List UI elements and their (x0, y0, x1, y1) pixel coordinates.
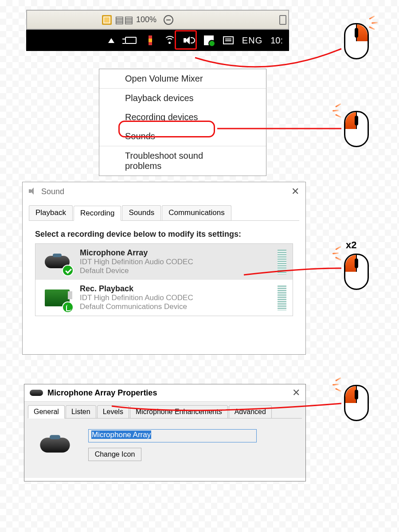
network-icon[interactable] (164, 35, 176, 46)
sound-dialog: Sound ✕ Playback Recording Sounds Commun… (22, 182, 306, 355)
sound-dialog-title: Sound (41, 187, 64, 196)
zoom-out-icon[interactable] (163, 15, 174, 25)
phone-badge-icon (62, 301, 74, 313)
device-name-input[interactable]: Microphone Array (88, 429, 257, 442)
annotation-click-lines (332, 376, 350, 394)
annotation-click-lines (332, 245, 350, 262)
show-hidden-icons-icon[interactable] (106, 35, 117, 46)
annotation-highlight-recording-devices (118, 121, 215, 137)
flag-icon[interactable] (145, 35, 156, 46)
book-icon[interactable]: ▤▤ (119, 15, 129, 25)
annotation-highlight-volume (175, 30, 197, 50)
tab-sounds[interactable]: Sounds (122, 205, 161, 220)
system-tray: ENG 10: (26, 30, 289, 51)
tab-playback[interactable]: Playback (29, 205, 73, 220)
device-desc: IDT High Definition Audio CODEC (80, 258, 270, 266)
default-check-icon (62, 265, 74, 276)
instruction-text: Select a recording device below to modif… (35, 230, 293, 239)
tab-microphone-enhancements[interactable]: Microphone Enhancements (130, 405, 228, 419)
sound-titlebar: Sound ✕ (23, 182, 305, 201)
properties-title: Microphone Array Properties (47, 388, 157, 398)
change-icon-button[interactable]: Change Icon (88, 448, 141, 461)
clock[interactable]: 10: (270, 35, 283, 46)
menu-item-troubleshoot[interactable]: Troubleshoot sound problems (99, 146, 266, 176)
device-name: Rec. Playback (80, 284, 270, 293)
menu-item-playback-devices[interactable]: Playback devices (99, 88, 266, 108)
tab-levels[interactable]: Levels (97, 405, 129, 419)
sound-tabs: Playback Recording Sounds Communications (29, 205, 299, 221)
device-row-microphone-array[interactable]: Microphone Array IDT High Definition Aud… (35, 244, 293, 280)
sound-dialog-icon (29, 188, 38, 196)
microphone-properties-dialog: Microphone Array Properties ✕ General Li… (24, 384, 306, 481)
tab-advanced[interactable]: Advanced (229, 405, 272, 419)
tab-recording[interactable]: Recording (74, 206, 121, 221)
annotation-click-lines (332, 102, 350, 120)
properties-tabs: General Listen Levels Microphone Enhance… (28, 402, 302, 419)
device-status: Default Communications Device (80, 302, 270, 311)
menu-item-open-volume-mixer[interactable]: Open Volume Mixer (99, 69, 266, 88)
zoom-level[interactable]: 100% (136, 15, 156, 24)
level-meter (278, 286, 286, 310)
device-status: Default Device (80, 266, 270, 275)
device-desc: IDT High Definition Audio CODEC (80, 293, 270, 302)
microphone-icon (30, 390, 43, 396)
language-indicator[interactable]: ENG (242, 35, 262, 46)
microphone-icon (35, 432, 75, 458)
dropbox-icon[interactable] (203, 35, 215, 46)
app-toolbar: ▤▤ 100% (26, 10, 289, 30)
level-meter (278, 250, 286, 274)
device-list: Microphone Array IDT High Definition Aud… (35, 243, 293, 316)
sound-card-icon (42, 285, 73, 311)
close-button[interactable]: ✕ (291, 186, 299, 197)
annotation-mouse-right-click (344, 23, 369, 59)
device-name: Microphone Array (80, 248, 270, 258)
device-row-rec-playback[interactable]: Rec. Playback IDT High Definition Audio … (35, 280, 293, 316)
page-icon[interactable] (278, 15, 288, 25)
taskbar-region: ▤▤ 100% ENG 10: (26, 10, 289, 67)
action-center-icon[interactable] (223, 35, 234, 46)
properties-titlebar: Microphone Array Properties ✕ (24, 384, 305, 401)
tab-communications[interactable]: Communications (162, 205, 231, 220)
microphone-icon (42, 249, 73, 275)
close-button[interactable]: ✕ (292, 387, 300, 399)
tab-general[interactable]: General (28, 405, 65, 419)
power-icon[interactable] (125, 35, 137, 46)
reading-layout-icon[interactable] (102, 15, 112, 25)
tab-listen[interactable]: Listen (66, 405, 96, 419)
annotation-click-lines (366, 14, 384, 32)
